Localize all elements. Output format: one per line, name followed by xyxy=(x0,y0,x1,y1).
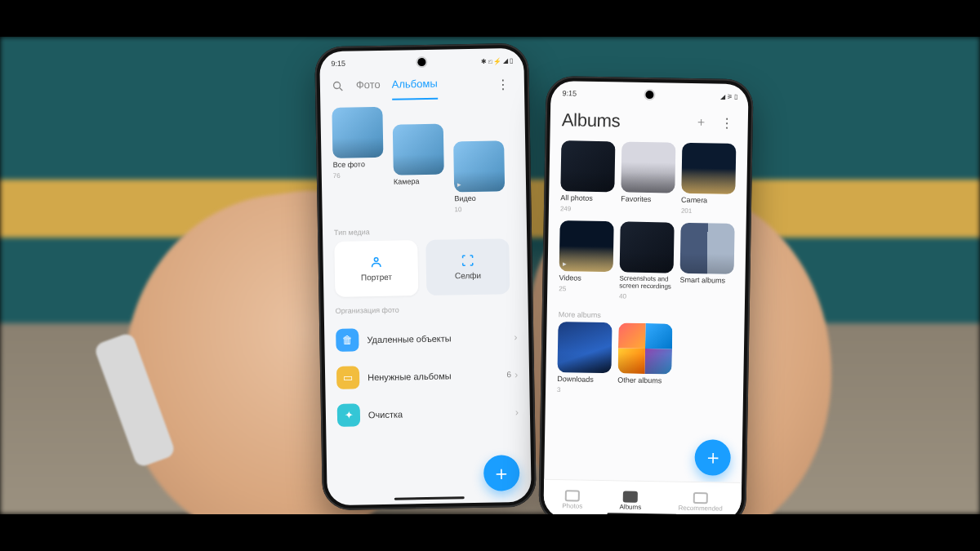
media-type-portrait[interactable]: Портрет xyxy=(334,240,418,297)
album-thumb: ▸ xyxy=(453,140,505,192)
album-label: Smart albums xyxy=(679,276,733,286)
album-thumb xyxy=(557,322,612,373)
tabs: Фото Альбомы xyxy=(356,72,486,101)
photos-icon xyxy=(565,490,580,501)
video-badge-icon: ▸ xyxy=(563,260,567,268)
svg-line-1 xyxy=(340,87,342,90)
nav-photos[interactable]: Photos xyxy=(562,490,582,509)
album-screenshots[interactable]: Screenshots and screen recordings 40 xyxy=(619,221,675,300)
section-media-type: Тип медиа xyxy=(323,216,527,242)
chevron-right-icon: › xyxy=(514,369,518,380)
fab-add-button[interactable]: ＋ xyxy=(694,439,731,476)
album-label: Other albums xyxy=(617,375,671,385)
more-menu-icon[interactable]: ⋮ xyxy=(493,73,513,96)
svg-point-2 xyxy=(374,258,378,262)
page-title: Albums xyxy=(562,109,621,131)
list-count: 6 xyxy=(506,370,511,379)
album-thumb xyxy=(620,221,675,273)
folder-icon: ▭ xyxy=(336,366,359,389)
album-label: Screenshots and screen recordings xyxy=(619,274,673,291)
album-thumb xyxy=(332,107,383,158)
list-label: Очистка xyxy=(368,407,507,420)
tab-photos[interactable]: Фото xyxy=(356,73,381,101)
album-count: 201 xyxy=(681,207,735,216)
album-label: Видео xyxy=(454,193,505,203)
nav-recommended[interactable]: Recommended xyxy=(679,491,724,512)
video-badge-icon: ▸ xyxy=(457,180,461,189)
album-other[interactable]: Other albums xyxy=(617,322,673,395)
phone-left: 9:15 ✱ ⏍ ⚡ ◢ ▯ Фото Альбомы ⋮ Все фото 7… xyxy=(314,43,537,510)
album-count: 25 xyxy=(559,285,612,293)
portrait-icon xyxy=(369,255,384,269)
album-favorites[interactable]: Favorites xyxy=(621,141,676,214)
albums-row: Все фото 76 Камера ▸ Видео 10 xyxy=(320,98,526,219)
album-label: Все фото xyxy=(333,160,384,170)
album-count: 10 xyxy=(454,205,505,213)
svg-point-0 xyxy=(333,82,340,88)
album-videos[interactable]: ▸ Videos 25 xyxy=(559,220,614,300)
album-downloads[interactable]: Downloads 3 xyxy=(557,322,612,394)
status-icons: ✱ ⏍ ⚡ ◢ ▯ xyxy=(481,57,512,65)
section-organization: Организация фото xyxy=(323,294,528,320)
more-albums-grid: Downloads 3 Other albums xyxy=(546,320,745,402)
list-label: Ненужные альбомы xyxy=(368,370,499,382)
status-icons: ◢ ⚞ ▯ xyxy=(720,92,737,100)
chevron-right-icon: › xyxy=(515,407,519,418)
media-type-label: Портрет xyxy=(361,273,392,282)
trash-icon: 🗑 xyxy=(336,328,359,351)
album-label: Downloads xyxy=(557,375,611,384)
album-camera[interactable]: Camera 201 xyxy=(681,143,737,216)
gesture-bar xyxy=(394,496,465,500)
recommended-icon xyxy=(693,492,708,504)
phone-right-screen: 9:15 ◢ ⚞ ▯ Albums ＋ ⋮ All photos 249 Fav… xyxy=(543,81,748,522)
nav-label: Albums xyxy=(619,503,641,510)
album-video[interactable]: ▸ Видео 10 xyxy=(453,140,506,213)
album-thumb xyxy=(681,143,736,194)
album-count: 76 xyxy=(333,171,384,180)
album-camera[interactable]: Камера xyxy=(393,124,444,187)
album-label: Камера xyxy=(394,177,444,187)
nav-label: Recommended xyxy=(679,504,723,512)
letterbox-bottom xyxy=(0,514,980,551)
phone-left-screen: 9:15 ✱ ⏍ ⚡ ◢ ▯ Фото Альбомы ⋮ Все фото 7… xyxy=(319,48,532,505)
cleanup-icon: ✦ xyxy=(337,403,360,426)
phone-right: 9:15 ◢ ⚞ ▯ Albums ＋ ⋮ All photos 249 Fav… xyxy=(538,76,754,527)
search-icon[interactable] xyxy=(332,79,345,96)
status-time: 9:15 xyxy=(331,60,345,68)
fab-add-button[interactable]: ＋ xyxy=(483,455,520,491)
list-cleanup[interactable]: ✦ Очистка › xyxy=(332,393,524,434)
media-type-selfie[interactable]: Селфи xyxy=(425,238,510,295)
album-thumb xyxy=(621,141,675,193)
album-count: 3 xyxy=(557,386,611,394)
album-thumb xyxy=(680,223,735,274)
letterbox-top xyxy=(0,0,980,37)
list-label: Удаленные объекты xyxy=(367,332,506,344)
album-smart[interactable]: Smart albums xyxy=(679,223,735,302)
list-unneeded[interactable]: ▭ Ненужные альбомы 6 › xyxy=(332,356,523,397)
chevron-right-icon: › xyxy=(514,331,517,343)
albums-icon xyxy=(623,491,638,502)
album-thumb xyxy=(617,322,672,374)
nav-albums[interactable]: Albums xyxy=(619,491,641,510)
album-thumb xyxy=(560,140,615,192)
media-type-label: Селфи xyxy=(455,271,481,281)
album-thumb xyxy=(393,124,444,176)
album-all-photos[interactable]: Все фото 76 xyxy=(332,107,384,180)
album-label: Favorites xyxy=(621,194,675,204)
album-count: 40 xyxy=(619,292,673,300)
album-count: 249 xyxy=(560,205,614,213)
album-all-photos[interactable]: All photos 249 xyxy=(560,140,616,213)
selfie-icon xyxy=(461,253,475,268)
nav-label: Photos xyxy=(562,502,582,509)
album-label: All photos xyxy=(560,193,614,203)
album-thumb: ▸ xyxy=(559,220,614,272)
album-label: Videos xyxy=(559,273,612,283)
albums-grid: All photos 249 Favorites Camera 201 ▸ Vi… xyxy=(547,136,748,307)
more-menu-icon[interactable]: ⋮ xyxy=(717,111,737,133)
list-deleted[interactable]: 🗑 Удаленные объекты › xyxy=(331,318,523,359)
status-time: 9:15 xyxy=(562,89,577,97)
add-album-icon[interactable]: ＋ xyxy=(695,114,707,130)
album-label: Camera xyxy=(681,196,735,206)
tab-albums[interactable]: Альбомы xyxy=(392,73,439,100)
